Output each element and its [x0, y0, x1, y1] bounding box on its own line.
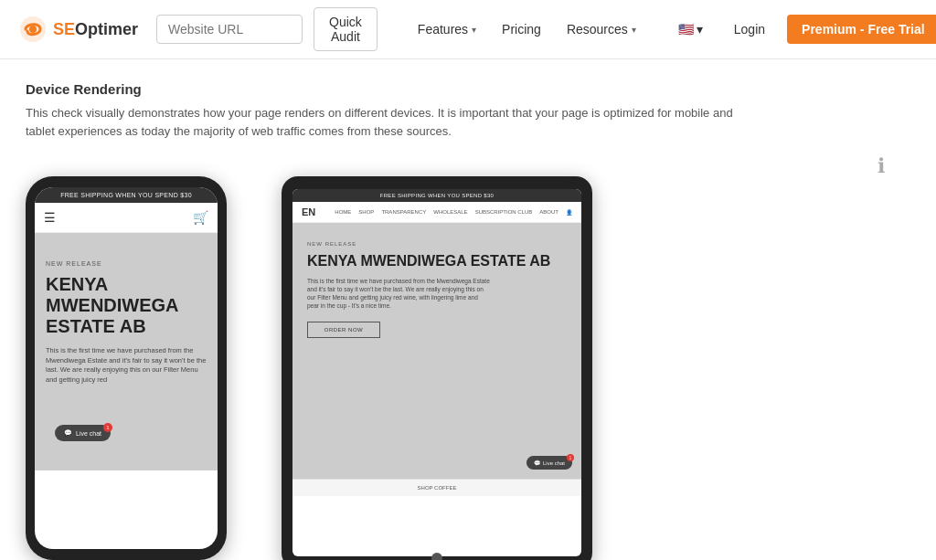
- svg-point-1: [29, 26, 37, 33]
- info-icon[interactable]: ℹ: [878, 154, 885, 178]
- main-nav: Features ▾ Pricing Resources ▾: [407, 16, 647, 43]
- nav-item-features[interactable]: Features ▾: [407, 16, 487, 43]
- tablet-bottom-bar: SHOP COFFEE: [292, 479, 581, 496]
- tablet-livechat-badge: 1: [567, 454, 574, 461]
- phone-livechat[interactable]: 💬 Live chat 1: [55, 425, 111, 441]
- tablet-nav-shop: SHOP: [358, 209, 374, 216]
- phone-livechat-label: Live chat: [76, 430, 101, 437]
- phone-hero-text: This is the first time we have purchased…: [46, 346, 207, 385]
- tablet-outer: FREE SHIPPING WHEN YOU SPEND $30 EN HOME…: [282, 176, 592, 560]
- tablet-nav: EN HOME SHOP TRANSPARENCY WHOLESALE SUBS…: [292, 202, 581, 223]
- main-content: Device Rendering This check visually dem…: [0, 59, 936, 560]
- nav-item-pricing[interactable]: Pricing: [491, 16, 552, 43]
- chevron-down-icon: ▾: [472, 25, 476, 35]
- phone-top-bar: FREE SHIPPING WHEN YOU SPEND $30: [35, 187, 218, 203]
- tablet-nav-transparency: TRANSPARENCY: [381, 209, 426, 216]
- tablet-nav-subscription: SUBSCRIPTION CLUB: [475, 209, 533, 216]
- flag-icon: 🇺🇸: [678, 22, 694, 37]
- logo-icon: [18, 15, 48, 44]
- tablet-livechat[interactable]: 💬 Live chat 1: [526, 456, 572, 470]
- tablet-hero-text: This is the first time we have purchased…: [307, 277, 490, 310]
- phone-device: FREE SHIPPING WHEN YOU SPEND $30 ☰ 🛒 NEW…: [26, 176, 227, 560]
- phone-hero-title: KENYA MWENDIWEGA ESTATE AB: [46, 274, 207, 337]
- chat-icon: 💬: [534, 460, 540, 466]
- chevron-down-icon: ▾: [632, 25, 636, 35]
- quick-audit-button[interactable]: Quick Audit: [314, 7, 378, 51]
- tablet-top-bar: FREE SHIPPING WHEN YOU SPEND $30: [292, 189, 581, 202]
- user-icon: 👤: [566, 209, 572, 216]
- tablet-nav-about: ABOUT: [539, 209, 558, 216]
- tablet-home-button[interactable]: [431, 553, 442, 560]
- tablet-device: FREE SHIPPING WHEN YOU SPEND $30 EN HOME…: [282, 176, 592, 560]
- phone-outer: FREE SHIPPING WHEN YOU SPEND $30 ☰ 🛒 NEW…: [26, 176, 227, 560]
- header: SEOptimer Quick Audit Features ▾ Pricing…: [0, 0, 936, 59]
- cart-icon: 🛒: [193, 210, 208, 225]
- phone-screen: FREE SHIPPING WHEN YOU SPEND $30 ☰ 🛒 NEW…: [35, 187, 218, 549]
- premium-button[interactable]: Premium - Free Trial: [787, 15, 936, 44]
- chat-icon: 💬: [64, 429, 72, 437]
- hamburger-icon: ☰: [44, 210, 56, 225]
- tablet-hero: NEW RELEASE KENYA MWENDIWEGA ESTATE AB T…: [292, 223, 581, 479]
- content-area: Device Rendering This check visually dem…: [26, 81, 910, 560]
- tablet-new-release-label: NEW RELEASE: [307, 241, 567, 247]
- nav-item-resources[interactable]: Resources ▾: [556, 16, 647, 43]
- tablet-screen: FREE SHIPPING WHEN YOU SPEND $30 EN HOME…: [292, 189, 581, 556]
- language-selector[interactable]: 🇺🇸 ▾: [669, 16, 712, 43]
- section-title: Device Rendering: [26, 81, 910, 97]
- tablet-hero-title: KENYA MWENDIWEGA ESTATE AB: [307, 252, 567, 269]
- phone-hero: NEW RELEASE KENYA MWENDIWEGA ESTATE AB T…: [35, 233, 218, 470]
- tablet-nav-logo: EN: [302, 206, 315, 217]
- login-button[interactable]: Login: [723, 16, 776, 43]
- devices-container: FREE SHIPPING WHEN YOU SPEND $30 ☰ 🛒 NEW…: [26, 167, 910, 560]
- phone-nav-bar: ☰ 🛒: [35, 203, 218, 233]
- logo: SEOptimer: [18, 15, 138, 44]
- phone-livechat-badge: 1: [103, 423, 112, 432]
- tablet-nav-wholesale: WHOLESALE: [433, 209, 467, 216]
- section-description: This check visually demonstrates how you…: [26, 104, 757, 140]
- tablet-order-button[interactable]: ORDER NOW: [307, 322, 380, 338]
- phone-new-release-label: NEW RELEASE: [46, 260, 207, 267]
- tablet-nav-links: HOME SHOP TRANSPARENCY WHOLESALE SUBSCRI…: [335, 209, 572, 216]
- tablet-livechat-label: Live chat: [543, 460, 565, 466]
- url-input[interactable]: [156, 15, 303, 44]
- chevron-down-icon: ▾: [697, 22, 703, 37]
- tablet-nav-home: HOME: [335, 209, 351, 216]
- logo-text: SEOptimer: [53, 20, 138, 39]
